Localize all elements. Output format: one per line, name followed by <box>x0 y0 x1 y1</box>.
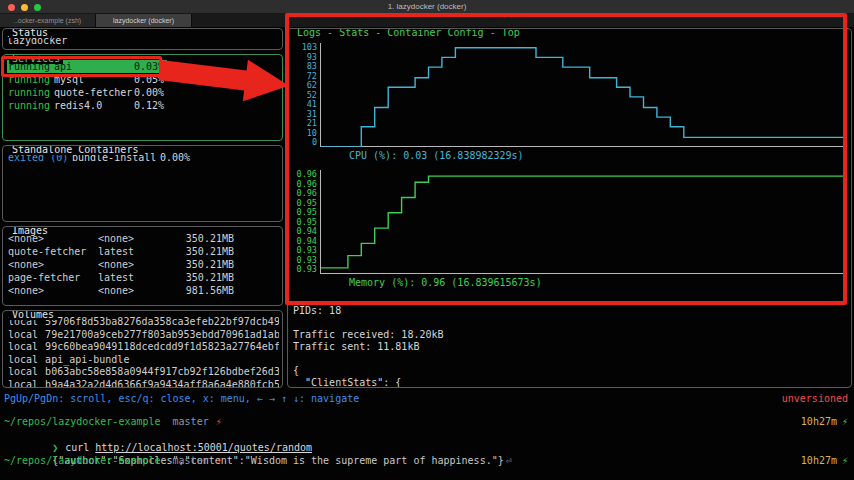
volume-row[interactable]: local79e21700a9ceb277f803ab953ebdd70961a… <box>7 329 279 342</box>
main-stats-panel: Logs - Stats - Container Config - Top 10… <box>287 28 852 388</box>
shell-cursor-line[interactable]: ❯ <box>4 467 848 480</box>
volume-name: b063abc58e858a0944f917cb92f126bdbef26d30… <box>45 366 279 377</box>
no-newline-icon: ⏎ <box>506 455 512 466</box>
cpu-chart: 1039383726252413121100 <box>293 43 849 147</box>
image-size: 350.21MB <box>156 258 234 271</box>
image-repo: quote-fetcher <box>8 245 98 258</box>
services-panel: Services running api 0.03% running mysql… <box>2 54 283 141</box>
memory-chart: 0.960.960.960.950.950.950.940.940.930.93… <box>293 170 849 274</box>
service-name: mysql <box>54 73 134 86</box>
shell-area: ~/repos/lazydocker-examplemaster⚡ 10h27m… <box>0 405 854 480</box>
terminal-window: 1. lazydocker (docker) ..ocker-example (… <box>0 0 854 480</box>
standalone-containers-panel: Standalone Containers exited (0) bundle-… <box>2 145 283 222</box>
image-repo: page-fetcher <box>8 271 98 284</box>
stats-line-traffic-received: Traffic received: 18.20kB <box>293 329 849 341</box>
prompt-char: ❯ <box>52 442 58 453</box>
service-cpu: 0.03% <box>134 60 164 73</box>
image-row[interactable]: <none> <none> 981.56MB <box>7 284 279 297</box>
stats-line-blank <box>293 353 849 365</box>
y-axis-labels: 1039383726252413121100 <box>293 43 320 147</box>
close-button[interactable] <box>8 4 15 11</box>
volume-name: b9a4a32a2d4d6366f9a9434aff8a6a4e880fcb5f… <box>45 379 279 389</box>
volume-row[interactable]: localb9a4a32a2d4d6366f9a9434aff8a6a4e880… <box>7 379 279 389</box>
cwd-path: ~/repos/lazydocker-example <box>4 455 161 466</box>
image-tag: latest <box>98 271 156 284</box>
git-branch: master <box>173 416 209 427</box>
tab-lazydocker-label: lazydocker (docker) <box>113 17 174 24</box>
zoom-button[interactable] <box>34 4 41 11</box>
volume-driver: local <box>8 354 38 365</box>
image-size: 981.56MB <box>156 284 234 297</box>
keybinding-hints: PgUp/PgDn: scroll, esc/q: close, x: menu… <box>4 392 359 405</box>
image-tag: <none> <box>98 232 156 245</box>
image-repo: <none> <box>8 284 98 297</box>
window-title: 1. lazydocker (docker) <box>388 2 467 11</box>
main-panel-tabs[interactable]: Logs - Stats - Container Config - Top <box>294 28 523 38</box>
image-row[interactable]: page-fetcher latest 350.21MB <box>7 271 279 284</box>
volume-name: 79e21700a9ceb277f803ab953ebdd70961ad1ab9… <box>45 329 279 340</box>
memory-usage-label: Memory (%): 0.96 (16.839615673s) <box>293 276 849 289</box>
service-cpu: 0.12% <box>134 99 164 112</box>
lazydocker-ui: Status lazydocker Services running api 0… <box>0 27 854 392</box>
service-state: running <box>8 86 54 99</box>
command-url: http://localhost:50001/quotes/random <box>95 442 312 453</box>
image-size: 350.21MB <box>156 245 234 258</box>
service-state: running <box>8 73 54 86</box>
git-dirty-icon: ⚡ <box>216 416 222 427</box>
status-panel-title: Status <box>9 28 51 38</box>
volume-name: 99c60bea9049118dcedcdd9f1d5823a27764ebf3… <box>45 341 279 352</box>
image-tag: latest <box>98 245 156 258</box>
tab-lazydocker[interactable]: lazydocker (docker) <box>96 14 192 27</box>
images-panel: Images <none> <none> 350.21MB quote-fetc… <box>2 226 283 306</box>
unversioned-label: unversioned <box>782 392 848 405</box>
service-cpu: 0.00% <box>134 86 164 99</box>
prompt-right: 10h27m⚡ <box>801 415 848 428</box>
keybinding-bar: PgUp/PgDn: scroll, esc/q: close, x: menu… <box>0 392 854 405</box>
window-titlebar: 1. lazydocker (docker) <box>0 0 854 14</box>
service-name: redis4.0 <box>54 99 134 112</box>
image-size: 350.21MB <box>156 271 234 284</box>
image-tag: <none> <box>98 258 156 271</box>
volume-driver: local <box>8 366 38 377</box>
image-row[interactable]: quote-fetcher latest 350.21MB <box>7 245 279 258</box>
plot-area <box>320 170 845 274</box>
volume-row[interactable]: localb063abc58e858a0944f917cb92f126bdbef… <box>7 366 279 379</box>
standalone-panel-title: Standalone Containers <box>9 145 141 155</box>
tab-zsh[interactable]: ..ocker-example (zsh) <box>0 14 96 27</box>
traffic-lights <box>8 4 41 11</box>
service-row-quote-fetcher[interactable]: running quote-fetcher 0.00% <box>7 86 167 99</box>
prompt-left: ~/repos/lazydocker-examplemaster⚡ <box>4 415 222 428</box>
stats-line-blank <box>293 317 849 329</box>
image-size: 350.21MB <box>156 232 234 245</box>
volume-name: 59706f8d53ba8276da358ca3efeb22bf97dcb49a… <box>45 316 279 327</box>
y-axis-labels: 0.960.960.960.950.950.950.940.940.930.93… <box>293 170 320 274</box>
service-cpu: 0.05% <box>134 73 164 86</box>
command-duration: 10h27m <box>801 416 837 427</box>
cwd-path: ~/repos/lazydocker-example <box>4 416 161 427</box>
stats-line-pids: PIDs: 18 <box>293 305 849 317</box>
command-name: curl <box>65 442 89 453</box>
volumes-panel: Volumes local59706f8d53ba8276da358ca3efe… <box>2 310 283 388</box>
tab-zsh-label: ..ocker-example (zsh) <box>14 17 81 24</box>
battery-icon: ⚡ <box>842 455 848 466</box>
stats-line-json-open: { <box>293 365 849 377</box>
volume-row[interactable]: local99c60bea9049118dcedcdd9f1d5823a2776… <box>7 341 279 354</box>
service-name: api <box>54 60 134 73</box>
shell-prompt-line: ~/repos/lazydocker-examplemaster⚡ 10h27m… <box>4 415 848 428</box>
prompt-right: 10h27m⚡ <box>801 454 848 467</box>
service-row-mysql[interactable]: running mysql 0.05% <box>7 73 167 86</box>
service-row-redis[interactable]: running redis4.0 0.12% <box>7 99 167 112</box>
container-cpu: 0.00% <box>160 151 190 164</box>
image-row[interactable]: <none> <none> 350.21MB <box>7 258 279 271</box>
service-state: running <box>8 99 54 112</box>
cpu-usage-label: CPU (%): 0.03 (16.838982329s) <box>293 149 849 162</box>
minimize-button[interactable] <box>21 4 28 11</box>
stats-line-clientstats: "ClientStats": { <box>293 377 849 388</box>
volume-driver: local <box>8 379 38 389</box>
volume-driver: local <box>8 329 38 340</box>
left-column: Status lazydocker Services running api 0… <box>0 27 285 392</box>
volume-driver: local <box>8 341 38 352</box>
volume-row[interactable]: localapi_api-bundle <box>7 354 279 367</box>
terminal-content: Status lazydocker Services running api 0… <box>0 27 854 480</box>
images-panel-title: Images <box>9 226 51 236</box>
